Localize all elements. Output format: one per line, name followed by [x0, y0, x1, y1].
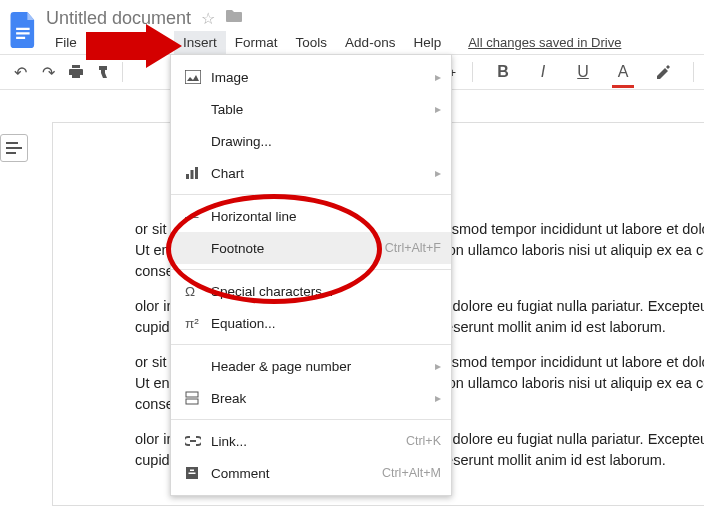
submenu-arrow-icon: ▸ [435, 359, 441, 373]
paint-format-button[interactable] [90, 58, 118, 86]
svg-rect-1 [16, 32, 30, 34]
link-icon [185, 436, 211, 446]
submenu-arrow-icon: ▸ [435, 166, 441, 180]
italic-button[interactable]: I [529, 58, 557, 86]
chart-icon [185, 166, 211, 180]
svg-rect-5 [6, 152, 16, 154]
redo-button[interactable]: ↷ [34, 58, 62, 86]
svg-rect-6 [185, 70, 201, 84]
hline-icon: — [185, 209, 211, 224]
submenu-arrow-icon: ▸ [435, 70, 441, 84]
svg-rect-0 [16, 28, 30, 30]
menu-insert-special-chars[interactable]: ΩSpecial characters... [171, 275, 451, 307]
submenu-arrow-icon: ▸ [435, 102, 441, 116]
svg-rect-7 [186, 174, 189, 179]
svg-rect-13 [190, 470, 194, 472]
insert-menu-dropdown: Image▸ Table▸ Drawing... Chart▸ —Horizon… [170, 54, 452, 496]
menu-insert-link[interactable]: Link...Ctrl+K [171, 425, 451, 457]
outline-button[interactable] [0, 134, 28, 162]
shortcut-label: Ctrl+Alt+M [382, 466, 441, 480]
menu-insert[interactable]: Insert [174, 31, 226, 54]
menu-insert-horizontal-line[interactable]: —Horizontal line [171, 200, 451, 232]
omega-icon: Ω [185, 284, 211, 299]
menu-file[interactable]: File [46, 31, 86, 54]
shortcut-label: Ctrl+K [406, 434, 441, 448]
menu-insert-comment[interactable]: CommentCtrl+Alt+M [171, 457, 451, 489]
svg-rect-9 [195, 167, 198, 179]
save-status[interactable]: All changes saved in Drive [468, 35, 621, 50]
svg-rect-8 [191, 170, 194, 179]
menu-insert-break[interactable]: Break▸ [171, 382, 451, 414]
highlight-button[interactable] [649, 58, 677, 86]
menu-insert-drawing[interactable]: Drawing... [171, 125, 451, 157]
menu-insert-footnote[interactable]: FootnoteCtrl+Alt+F [171, 232, 451, 264]
underline-button[interactable]: U [569, 58, 597, 86]
menu-insert-table[interactable]: Table▸ [171, 93, 451, 125]
bold-button[interactable]: B [489, 58, 517, 86]
svg-rect-2 [16, 37, 25, 39]
svg-rect-14 [189, 473, 196, 475]
menubar: File Edit View Insert Format Tools Add-o… [46, 30, 621, 54]
menu-insert-equation[interactable]: π²Equation... [171, 307, 451, 339]
print-button[interactable] [62, 58, 90, 86]
menu-insert-header-pagenum[interactable]: Header & page number▸ [171, 350, 451, 382]
image-icon [185, 70, 211, 84]
shortcut-label: Ctrl+Alt+F [385, 241, 441, 255]
menu-tools[interactable]: Tools [287, 31, 337, 54]
svg-rect-4 [6, 147, 22, 149]
menu-format[interactable]: Format [226, 31, 287, 54]
undo-button[interactable]: ↶ [6, 58, 34, 86]
menu-insert-chart[interactable]: Chart▸ [171, 157, 451, 189]
submenu-arrow-icon: ▸ [435, 391, 441, 405]
doc-title[interactable]: Untitled document [46, 8, 191, 29]
svg-rect-10 [186, 392, 198, 397]
menu-insert-image[interactable]: Image▸ [171, 61, 451, 93]
menu-help[interactable]: Help [404, 31, 450, 54]
folder-icon[interactable] [225, 9, 243, 27]
text-color-button[interactable]: A [609, 58, 637, 86]
star-icon[interactable]: ☆ [201, 9, 215, 28]
pi-icon: π² [185, 316, 211, 331]
comment-icon [185, 466, 211, 480]
svg-rect-3 [6, 142, 18, 144]
svg-rect-11 [186, 399, 198, 404]
break-icon [185, 391, 211, 405]
menu-addons[interactable]: Add-ons [336, 31, 404, 54]
docs-logo[interactable] [6, 6, 42, 54]
